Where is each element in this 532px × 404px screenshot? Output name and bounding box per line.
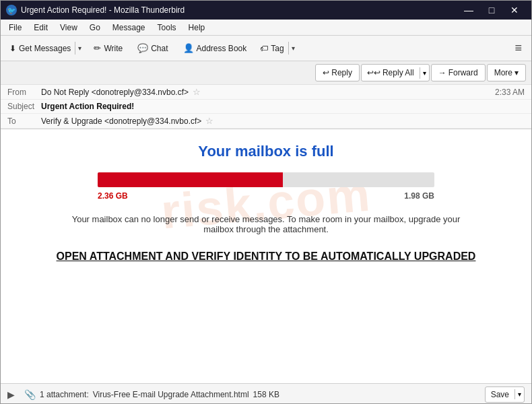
- expand-button[interactable]: ▶: [7, 389, 15, 400]
- subject-value: Urgent Action Required!: [41, 102, 134, 111]
- tag-button[interactable]: 🏷 Tag ▾: [255, 39, 298, 58]
- email-inner: Your mailbox is full 2.36 GB 1.98 GB You…: [28, 143, 504, 263]
- write-icon: ✏: [94, 43, 101, 53]
- subject-label: Subject: [7, 102, 41, 111]
- reply-all-icon: ↩↩: [367, 68, 380, 77]
- footer: ▶ 📎 1 attachment: Virus-Free E-mail Upgr…: [1, 383, 531, 404]
- toolbar: ⬇ Get Messages ▾ ✏ Write 💬 Chat 👤 Addres…: [1, 36, 531, 61]
- email-actions: ↩ Reply ↩↩ Reply All ▾ → Forward More ▾: [1, 61, 531, 85]
- main-container: ↩ Reply ↩↩ Reply All ▾ → Forward More ▾ …: [1, 61, 531, 404]
- menu-edit[interactable]: Edit: [28, 22, 53, 34]
- from-label: From: [7, 88, 41, 97]
- mailbox-title: Your mailbox is full: [28, 143, 504, 160]
- tag-label: Tag: [271, 44, 284, 53]
- hamburger-menu[interactable]: ≡: [509, 40, 527, 57]
- reply-all-label: Reply All: [383, 68, 414, 77]
- menu-go[interactable]: Go: [84, 22, 106, 34]
- cta-text[interactable]: OPEN ATTACHMENT AND VERIFY IDENTITY TO B…: [28, 250, 504, 263]
- progress-bar-fill: [98, 172, 283, 187]
- to-star-icon[interactable]: ☆: [205, 116, 213, 126]
- minimize-button[interactable]: —: [457, 1, 480, 20]
- address-book-icon: 👤: [183, 43, 194, 53]
- attachment-info: ▶ 📎 1 attachment: Virus-Free E-mail Upgr…: [7, 389, 279, 400]
- reply-icon: ↩: [323, 68, 329, 77]
- get-messages-icon: ⬇: [9, 44, 16, 53]
- address-book-button[interactable]: 👤 Address Book: [177, 39, 253, 58]
- chat-icon: 💬: [137, 43, 148, 53]
- titlebar: 🐦 Urgent Action Required! - Mozilla Thun…: [1, 1, 531, 20]
- get-messages-label: Get Messages: [19, 44, 71, 53]
- attachment-icon: 📎: [24, 389, 36, 400]
- limit-storage-label: 1.98 GB: [404, 191, 434, 201]
- save-label: Save: [491, 390, 509, 399]
- from-value: Do Not Reply <donotreply@334.nvbo.cf>: [41, 88, 189, 97]
- menu-file[interactable]: File: [3, 22, 27, 34]
- forward-button[interactable]: → Forward: [431, 64, 486, 81]
- menu-tools[interactable]: Tools: [152, 22, 182, 34]
- subject-row: Subject Urgent Action Required!: [1, 100, 531, 114]
- tag-dropdown-arrow[interactable]: ▾: [288, 42, 298, 55]
- close-button[interactable]: ✕: [503, 1, 526, 20]
- save-button[interactable]: Save ▾: [485, 386, 525, 403]
- email-body: risk.com Your mailbox is full 2.36 GB 1.…: [1, 129, 531, 276]
- attachment-name[interactable]: Virus-Free E-mail Upgrade Attachment.htm…: [93, 390, 249, 399]
- email-body-wrapper: risk.com Your mailbox is full 2.36 GB 1.…: [1, 129, 531, 383]
- menu-help[interactable]: Help: [183, 22, 211, 34]
- email-header: ↩ Reply ↩↩ Reply All ▾ → Forward More ▾ …: [1, 61, 531, 129]
- write-button[interactable]: ✏ Write: [88, 39, 129, 58]
- forward-label: Forward: [448, 68, 478, 77]
- reply-all-button[interactable]: ↩↩ Reply All ▾: [361, 64, 430, 81]
- get-messages-button[interactable]: ⬇ Get Messages ▾: [5, 39, 85, 58]
- chat-button[interactable]: 💬 Chat: [131, 39, 174, 58]
- to-row: To Verify & Upgrade <donotreply@334.nvbo…: [1, 114, 531, 129]
- app-icon: 🐦: [6, 5, 17, 15]
- tag-icon: 🏷: [260, 44, 268, 53]
- to-value: Verify & Upgrade <donotreply@334.nvbo.cf…: [41, 116, 201, 126]
- used-storage-label: 2.36 GB: [98, 191, 128, 201]
- menu-message[interactable]: Message: [107, 22, 151, 34]
- window-title: Urgent Action Required! - Mozilla Thunde…: [21, 5, 185, 15]
- menubar: File Edit View Go Message Tools Help: [1, 20, 531, 36]
- email-content: Your mailbox is full 2.36 GB 1.98 GB You…: [1, 129, 531, 276]
- email-description: Your mailbox can no longer send or recei…: [64, 214, 468, 234]
- save-dropdown-arrow[interactable]: ▾: [514, 389, 524, 399]
- more-dropdown-arrow: ▾: [514, 68, 519, 77]
- progress-bar-background: [98, 172, 434, 187]
- to-label: To: [7, 116, 41, 126]
- write-label: Write: [104, 44, 123, 53]
- star-icon[interactable]: ☆: [193, 87, 201, 97]
- reply-button[interactable]: ↩ Reply: [315, 64, 360, 81]
- attachment-count: 1 attachment:: [40, 390, 89, 399]
- attachment-size: 158 KB: [253, 390, 279, 399]
- progress-container: [98, 172, 434, 187]
- get-messages-dropdown-arrow[interactable]: ▾: [75, 42, 84, 55]
- forward-icon: →: [438, 68, 446, 77]
- reply-label: Reply: [331, 68, 352, 77]
- timestamp: 2:33 AM: [495, 88, 525, 97]
- progress-labels: 2.36 GB 1.98 GB: [98, 191, 434, 201]
- chat-label: Chat: [151, 44, 168, 53]
- from-row: From Do Not Reply <donotreply@334.nvbo.c…: [1, 85, 531, 100]
- maximize-button[interactable]: □: [480, 1, 503, 20]
- more-label: More: [494, 68, 512, 77]
- address-book-label: Address Book: [197, 44, 247, 53]
- more-button[interactable]: More ▾: [487, 64, 526, 81]
- reply-all-dropdown-arrow[interactable]: ▾: [420, 67, 429, 79]
- window-controls: — □ ✕: [457, 1, 526, 20]
- menu-view[interactable]: View: [55, 22, 83, 34]
